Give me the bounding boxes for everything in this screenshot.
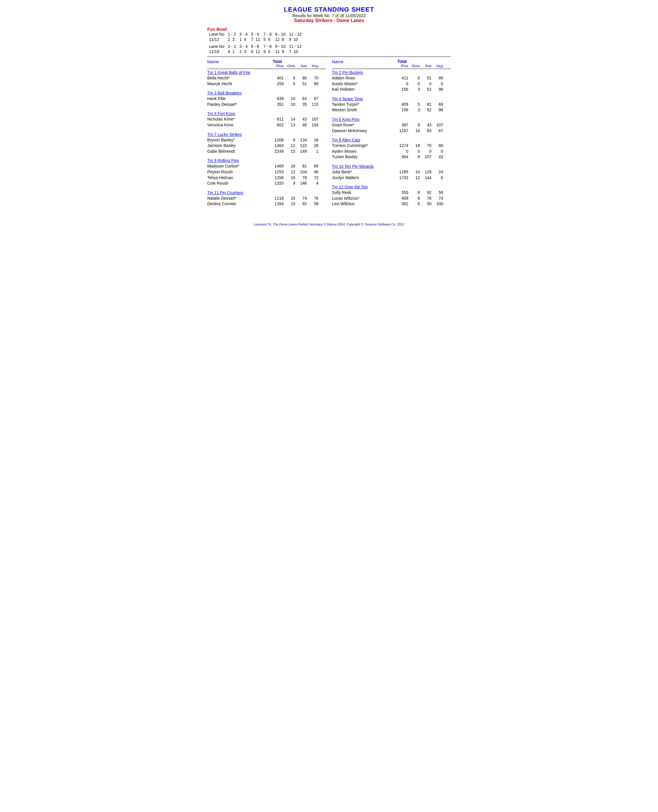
player-name: Madyson Curtice* (207, 163, 273, 169)
stat-gms: 0 (409, 149, 420, 155)
team-name-3: Tm 8 Alley Cats (332, 138, 451, 142)
player-row: Destiny Cormier1394159258 (207, 201, 326, 207)
stat-hcp: 98 (432, 87, 443, 92)
stat-pins: 1118 (273, 196, 284, 202)
player-name: Tehya Helman (207, 175, 273, 181)
stat-ave: 83 (421, 128, 432, 134)
stat-ave: 52 (421, 87, 432, 92)
date1-val-1: 2 3 (226, 37, 238, 42)
team-name-4: Tm 9 Rolling Pins (207, 158, 326, 163)
team-block-0: Tm 1 Great Balls of FireBella Hecht*4015… (207, 70, 326, 87)
lane-col-4: 7 - 8 (262, 31, 273, 37)
player-row: Gabe Behrendt2249151491 (207, 149, 326, 155)
stat-ave: 80 (296, 75, 307, 81)
stat-ave: 50 (421, 201, 432, 207)
player-stats: 55569258 (397, 190, 451, 196)
stat-ave: 0 (421, 149, 432, 155)
stat-hcp: 80 (432, 143, 443, 149)
stat-gms: 9 (409, 122, 420, 128)
player-row: Weston Smith15635298 (332, 107, 451, 113)
stat-gms: 12 (284, 169, 295, 175)
lane-col-1: 1 - 2 (226, 31, 238, 37)
player-stats: 6021346104 (273, 122, 326, 128)
stat-pins: 555 (397, 190, 409, 196)
stat-pins: 351 (273, 102, 284, 108)
team-name-3: Tm 7 Lucky Strikes (207, 132, 326, 137)
team-name-1: Tm 4 Spare Time (332, 97, 451, 101)
lane-table-1: Lane No 1 - 2 3 - 4 5 - 6 7 - 8 9 - 10 1… (207, 31, 304, 42)
player-stats: 6111443107 (273, 116, 326, 122)
stat-ave: 92 (421, 190, 432, 196)
player-name: Nicholas Kime* (207, 116, 273, 122)
stat-hcp: 107 (432, 122, 443, 128)
right-total-group: Total Pins Gms Ave Hcp (397, 59, 451, 68)
player-stats: 2249151491 (273, 149, 326, 155)
stat-hcp: 0 (432, 81, 443, 87)
right-column: Name Total Pins Gms Ave Hcp Tm 2 Pin Bus… (332, 59, 451, 211)
stat-ave: 52 (421, 107, 432, 113)
stat-pins: 964 (397, 154, 409, 160)
team-block-5: Tm 11 Pin CrushersNatalie Dessart*111815… (207, 190, 326, 207)
stat-ave: 92 (296, 201, 307, 207)
stat-gms: 9 (284, 180, 295, 186)
stat-pins: 1394 (273, 201, 284, 207)
player-name: Peyton Roush (207, 169, 273, 175)
player-name: Ayden Moses (332, 149, 397, 155)
player-row: Sully Reek55569258 (332, 190, 451, 196)
stat-hcp: 28 (307, 143, 318, 149)
player-name: Adalyn Rose (332, 75, 397, 81)
stat-gms: 10 (284, 96, 295, 102)
stat-hcp: 69 (307, 163, 318, 169)
player-name: Lucas Wiltzius* (332, 196, 397, 202)
stat-gms: 5 (284, 81, 295, 87)
player-row: Lucas Wiltzius*45967674 (332, 196, 451, 202)
player-stats: 1206913416 (273, 138, 326, 143)
stat-pins: 0 (397, 81, 409, 87)
stat-gms: 10 (409, 169, 420, 175)
stat-gms: 14 (409, 128, 420, 134)
lane-no-label: Lane No (207, 31, 226, 37)
player-row: Adalyn Rose41185199 (332, 75, 451, 81)
lane-col-2: 3 - 4 (238, 31, 249, 37)
stat-gms: 8 (409, 75, 420, 81)
player-name: Levi Wiltzius (332, 201, 397, 207)
stat-hcp: 72 (307, 175, 318, 181)
player-stats: 1274187080 (397, 143, 451, 149)
stat-hcp: 58 (307, 201, 318, 207)
player-stats: 1733121446 (397, 175, 451, 181)
player-name: Julia Beck* (332, 169, 397, 175)
footer: Licensed To: The Dome Lanes Perfect Secr… (207, 222, 451, 226)
player-stats: 40958169 (397, 102, 451, 108)
stat-hcp: 1 (307, 149, 318, 155)
left-ave-header: Ave (296, 64, 307, 68)
stat-pins: 259 (273, 81, 284, 87)
player-row: Madyson Curtice*1469188169 (207, 163, 326, 169)
player-stats: 0000 (397, 81, 451, 87)
date1-val-4: 5 6 (262, 37, 273, 42)
player-row: Kali Hollsten15635298 (332, 87, 451, 92)
standings-columns: Name Total Pins Gms Ave Hcp Tm 1 Great B… (207, 59, 451, 211)
player-row: Hank Ellie639106387 (207, 96, 326, 102)
right-ave-header: Ave (421, 64, 432, 68)
team-block-3: Tm 8 Alley CatsTrenton Cummings*12741870… (332, 138, 451, 160)
stat-pins: 1265 (397, 169, 409, 175)
lane-no-label-2: Lane No (207, 44, 226, 49)
stat-hcp: 99 (307, 81, 318, 87)
player-stats: 12531210446 (273, 169, 326, 175)
stat-gms: 14 (284, 116, 295, 122)
player-row: Trenton Cummings*1274187080 (332, 143, 451, 149)
date1-val-3: 7 11 (249, 37, 262, 42)
stat-ave: 74 (296, 196, 307, 202)
lane-col-5: 9 - 10 (273, 31, 287, 37)
player-name: Paisley Dessart* (207, 102, 273, 108)
player-stats: 1167148367 (397, 128, 451, 134)
left-column: Name Total Pins Gms Ave Hcp Tm 1 Great B… (207, 59, 326, 211)
player-name: Destiny Cormier (207, 201, 273, 207)
stat-ave: 0 (421, 81, 432, 87)
stat-ave: 81 (296, 163, 307, 169)
player-stats: 387943107 (397, 122, 451, 128)
right-teams-container: Tm 2 Pin BustersAdalyn Rose41185199Austi… (332, 70, 451, 207)
stat-gms: 6 (409, 196, 420, 202)
stat-ave: 46 (296, 122, 307, 128)
divider-top (207, 56, 451, 57)
